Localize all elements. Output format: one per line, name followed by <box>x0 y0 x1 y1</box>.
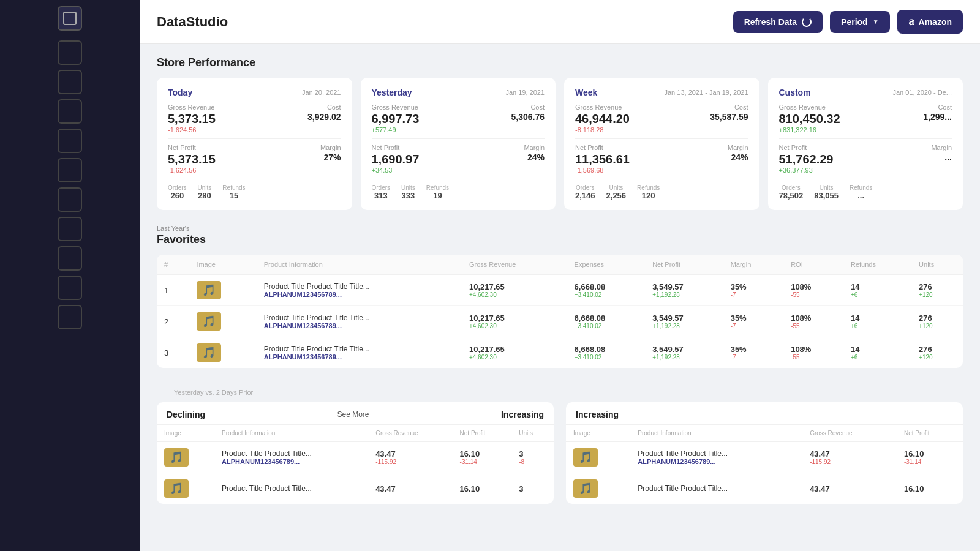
icol-net-profit: Net Profit <box>897 425 963 442</box>
dcol-units: Units <box>511 425 554 442</box>
week-gross-revenue-change: -8,118.28 <box>575 126 630 133</box>
fav-num: 3 <box>157 337 189 369</box>
yesterday-margin-label: Margin <box>524 144 545 151</box>
chevron-down-icon: ▼ <box>873 18 879 25</box>
amazon-logo-icon: 𝕒 <box>908 16 915 28</box>
see-more-link[interactable]: See More <box>337 410 369 419</box>
col-margin: Margin <box>723 255 784 275</box>
week-refunds: Refunds 120 <box>637 184 660 200</box>
custom-units-value: 83,055 <box>814 191 839 200</box>
product-thumbnail: 🎵 <box>197 281 221 299</box>
col-gross-revenue: Gross Revenue <box>462 255 567 275</box>
today-refunds-value: 15 <box>222 191 245 200</box>
incr-image: 🎵 <box>566 442 630 473</box>
increasing-table-head: Image Product Information Gross Revenue … <box>566 425 963 442</box>
sidebar-item-6[interactable] <box>58 187 82 212</box>
yesterday-revenue-row: Gross Revenue 6,997.73 +577.49 Cost 5,30… <box>372 103 545 133</box>
sidebar-item-8[interactable] <box>58 246 82 271</box>
sidebar-item-10[interactable] <box>58 305 82 329</box>
decl-product-info: Product Title Product Title... ALPHANUM1… <box>214 442 368 473</box>
custom-date: Jan 01, 2020 - De... <box>892 89 952 96</box>
custom-orders: Orders 78,502 <box>779 184 804 200</box>
custom-cost-label: Cost <box>923 103 952 111</box>
today-margin-label: Margin <box>320 144 341 151</box>
store-performance-title: Store Performance <box>157 56 963 69</box>
fav-gross-revenue: 10,217.65 +4,602.30 <box>462 306 567 337</box>
list-item: 🎵 Product Title Product Title... ALPHANU… <box>157 442 554 473</box>
custom-refunds-label: Refunds <box>850 184 872 191</box>
product-thumbnail: 🎵 <box>197 312 221 331</box>
yesterday-refunds-label: Refunds <box>426 184 449 191</box>
custom-margin-label: Margin <box>931 144 952 151</box>
product-thumbnail: 🎵 <box>164 448 189 467</box>
today-units-label: Units <box>198 184 212 191</box>
custom-refunds-value: ... <box>850 191 872 200</box>
sidebar-item-2[interactable] <box>58 70 82 94</box>
custom-net-profit-change: +36,377.93 <box>779 167 834 174</box>
header: DataStudio Refresh Data Period ▼ 𝕒 Amazo… <box>140 0 980 44</box>
sidebar-item-1[interactable] <box>58 40 82 65</box>
custom-revenue-row: Gross Revenue 810,450.32 +831,322.16 Cos… <box>779 103 952 133</box>
increasing-header-row: Image Product Information Gross Revenue … <box>566 425 963 442</box>
favorites-table-body: 1 🎵 Product Title Product Title Title...… <box>157 275 963 369</box>
decl-units: 3 <box>511 473 554 504</box>
week-units: Units 2,256 <box>606 184 627 200</box>
fav-expenses: 6,668.08 +3,410.02 <box>567 275 646 306</box>
favorites-table-container: # Image Product Information Gross Revenu… <box>157 255 963 368</box>
declining-section: Declining See More Increasing Image Prod… <box>157 402 554 504</box>
product-title: Product Title Product Title... <box>222 449 361 458</box>
today-cost-right: Cost 3,929.02 <box>307 103 341 122</box>
sidebar-item-9[interactable] <box>58 276 82 300</box>
today-margin-value: 27% <box>320 152 341 162</box>
week-orders-label: Orders <box>575 184 595 191</box>
fav-image: 🎵 <box>189 275 256 306</box>
product-thumbnail: 🎵 <box>164 479 189 498</box>
sidebar-item-5[interactable] <box>58 158 82 182</box>
today-refunds-label: Refunds <box>222 184 245 191</box>
fav-net-profit: 3,549.57 +1,192.28 <box>645 337 723 369</box>
custom-margin-value: ... <box>931 152 952 162</box>
yesterday-profit-left: Net Profit 1,690.97 +34.53 <box>372 144 420 174</box>
col-expenses: Expenses <box>567 255 646 275</box>
week-units-label: Units <box>606 184 627 191</box>
week-footer: Orders 2,146 Units 2,256 Refunds 120 <box>575 184 748 200</box>
decl-gross-revenue: 43.47 -115.92 <box>368 442 452 473</box>
fav-roi: 108% -55 <box>783 337 843 369</box>
increasing-table-body: 🎵 Product Title Product Title... ALPHANU… <box>566 442 963 504</box>
week-card: Week Jan 13, 2021 - Jan 19, 2021 Gross R… <box>564 78 760 210</box>
declining-table: Image Product Information Gross Revenue … <box>157 425 554 504</box>
fav-units: 276 +120 <box>911 337 963 369</box>
sidebar-item-4[interactable] <box>58 129 82 153</box>
bottom-period-label-wrap: Yesterday vs. 2 Days Prior <box>157 383 963 400</box>
custom-orders-value: 78,502 <box>779 191 804 200</box>
sidebar-item-3[interactable] <box>58 99 82 124</box>
week-date: Jan 13, 2021 - Jan 19, 2021 <box>665 89 748 96</box>
amazon-button[interactable]: 𝕒 Amazon <box>897 10 963 34</box>
dcol-product-info: Product Information <box>214 425 368 442</box>
dcol-image: Image <box>157 425 214 442</box>
fav-roi: 108% -55 <box>783 275 843 306</box>
today-net-profit-change: -1,624.56 <box>168 167 216 174</box>
decl-units: 3 -8 <box>511 442 554 473</box>
yesterday-orders-value: 313 <box>372 191 391 200</box>
today-orders-value: 260 <box>168 191 187 200</box>
favorites-header-row: # Image Product Information Gross Revenu… <box>157 255 963 275</box>
yesterday-net-profit-value: 1,690.97 <box>372 152 420 167</box>
sidebar-item-7[interactable] <box>58 217 82 241</box>
custom-card-header: Custom Jan 01, 2020 - De... <box>779 88 952 97</box>
product-sku: ALPHANUM123456789... <box>264 353 454 361</box>
declining-header-row: Image Product Information Gross Revenue … <box>157 425 554 442</box>
custom-cost-value: 1,299... <box>923 112 952 122</box>
refresh-data-button[interactable]: Refresh Data <box>733 11 823 33</box>
favorites-table-head: # Image Product Information Gross Revenu… <box>157 255 963 275</box>
period-button[interactable]: Period ▼ <box>830 11 889 33</box>
col-units: Units <box>911 255 963 275</box>
today-gross-revenue-label: Gross Revenue <box>168 103 216 111</box>
today-units-value: 280 <box>198 191 212 200</box>
week-profit-row: Net Profit 11,356.61 -1,569.68 Margin 24… <box>575 144 748 174</box>
today-profit-left: Net Profit 5,373.15 -1,624.56 <box>168 144 216 174</box>
today-net-profit-label: Net Profit <box>168 144 216 151</box>
week-margin-value: 24% <box>728 152 748 162</box>
icol-image: Image <box>566 425 630 442</box>
week-orders: Orders 2,146 <box>575 184 595 200</box>
